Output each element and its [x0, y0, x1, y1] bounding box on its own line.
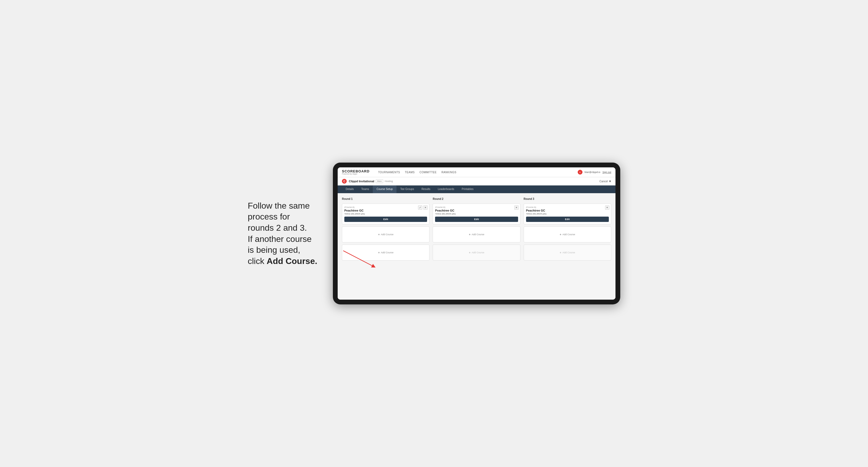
logo-scoreboard: SCOREBOARD — [342, 169, 370, 173]
nav-link-teams[interactable]: TEAMS — [405, 171, 414, 174]
round-2-edit-button[interactable]: Edit — [435, 217, 518, 222]
round-1-card-actions: ⤢ ✕ — [418, 206, 428, 210]
round-1-label: Round 1 — [342, 197, 430, 200]
instruction-line3: rounds 2 and 3. — [248, 223, 307, 232]
round-2-delete-icon[interactable]: ✕ — [514, 206, 519, 210]
cancel-button[interactable]: Cancel — [599, 180, 608, 183]
round-3-plus-icon-1: + — [560, 233, 561, 236]
tab-printables[interactable]: Printables — [458, 185, 477, 193]
sign-out-link[interactable]: Sign out — [602, 171, 611, 174]
round-3-add-course-2: + Add Course — [524, 245, 611, 260]
round-3-delete-icon[interactable]: ✕ — [605, 206, 609, 210]
round-3-add-course-label-2: Add Course — [562, 251, 575, 254]
round-1-course-label: (Course A) — [344, 206, 427, 208]
round-1-plus-icon-1: + — [378, 233, 380, 236]
round-2-add-course-label-2: Add Course — [471, 251, 484, 254]
tournament-name: Clippd Invitational — [349, 180, 374, 183]
instruction-line2: process for — [248, 212, 290, 221]
round-3-add-course-1[interactable]: + Add Course — [524, 226, 611, 242]
cancel-x-icon[interactable]: ✕ — [609, 180, 611, 183]
round-1-course-card-1: ⤢ ✕ (Course A) Peachtree GC Yellow (M) (… — [342, 204, 430, 224]
user-avatar: b — [578, 170, 583, 175]
tab-results[interactable]: Results — [418, 185, 434, 193]
nav-link-tournaments[interactable]: TOURNAMENTS — [378, 171, 400, 174]
round-3-course-card-1: ✕ (Course A) Peachtree GC Yellow (M) (66… — [524, 204, 611, 224]
round-1-expand-icon[interactable]: ⤢ — [418, 206, 422, 210]
round-2-course-name: Peachtree GC — [435, 209, 518, 212]
round-3-course-name: Peachtree GC — [526, 209, 609, 212]
round-2-add-course-2: + Add Course — [433, 245, 520, 260]
hosting-status: Hosting — [385, 180, 393, 183]
user-email: blair@clippd.io — [585, 171, 600, 174]
round-1-course-name: Peachtree GC — [344, 209, 427, 212]
instruction-bold: Add Course. — [267, 256, 317, 266]
tab-teams[interactable]: Teams — [358, 185, 373, 193]
round-3-column: Round 3 ✕ (Course A) Peachtree GC Yellow… — [524, 197, 611, 260]
round-2-label: Round 2 — [433, 197, 520, 200]
round-2-add-course-label-1: Add Course — [471, 233, 484, 236]
tablet-screen: SCOREBOARD Powered by clippd TOURNAMENTS… — [338, 167, 616, 300]
round-3-label: Round 3 — [524, 197, 611, 200]
round-1-edit-button[interactable]: Edit — [344, 217, 427, 222]
round-1-add-course-2[interactable]: + Add Course — [342, 245, 430, 260]
content-area: Round 1 ⤢ ✕ (Course A) Peachtree GC Yell… — [338, 193, 616, 300]
round-1-course-detail: Yellow (M) (6629 yds) — [344, 213, 427, 215]
instruction-line1: Follow the same — [248, 201, 310, 211]
round-3-plus-icon-2: + — [560, 251, 561, 254]
instruction-block: Follow the same process for rounds 2 and… — [248, 200, 322, 267]
round-3-add-course-label-1: Add Course — [562, 233, 575, 236]
round-3-edit-button[interactable]: Edit — [526, 217, 609, 222]
tournament-badge: Men — [376, 179, 383, 183]
tabs-bar: Details Teams Course Setup Tee Groups Re… — [338, 185, 616, 193]
logo-area: SCOREBOARD Powered by clippd — [342, 169, 370, 175]
round-2-plus-icon-2: + — [469, 251, 470, 254]
rounds-grid: Round 1 ⤢ ✕ (Course A) Peachtree GC Yell… — [342, 197, 611, 260]
round-2-plus-icon-1: + — [469, 233, 470, 236]
round-2-add-course-1[interactable]: + Add Course — [433, 226, 520, 242]
instruction-line4: If another course — [248, 234, 312, 244]
tab-course-setup[interactable]: Course Setup — [373, 185, 397, 193]
nav-link-committee[interactable]: COMMITTEE — [420, 171, 437, 174]
round-2-column: Round 2 ✕ (Course A) Peachtree GC Yellow… — [433, 197, 520, 260]
logo-sub: Powered by clippd — [342, 173, 370, 175]
tournament-bar: C Clippd Invitational Men Hosting Cancel… — [338, 177, 616, 185]
round-3-course-detail: Yellow (M) (6629 yds) — [526, 213, 609, 215]
round-1-add-course-label-2: Add Course — [381, 251, 394, 254]
tablet-frame: SCOREBOARD Powered by clippd TOURNAMENTS… — [333, 163, 620, 304]
tab-details[interactable]: Details — [342, 185, 358, 193]
nav-right: b blair@clippd.io Sign out — [578, 170, 611, 175]
instruction-line6: click — [248, 256, 267, 266]
round-3-course-label: (Course A) — [526, 206, 609, 208]
round-1-plus-icon-2: + — [378, 251, 380, 254]
round-2-card-actions: ✕ — [514, 206, 519, 210]
nav-link-rankings[interactable]: RANKINGS — [441, 171, 456, 174]
round-2-course-detail: Yellow (M) (6629 yds) — [435, 213, 518, 215]
instruction-line5: is being used, — [248, 245, 300, 255]
round-1-add-course-label-1: Add Course — [381, 233, 394, 236]
page-wrapper: Follow the same process for rounds 2 and… — [248, 163, 620, 304]
top-nav: SCOREBOARD Powered by clippd TOURNAMENTS… — [338, 167, 616, 177]
round-1-add-course-1[interactable]: + Add Course — [342, 226, 430, 242]
round-3-card-actions: ✕ — [605, 206, 609, 210]
round-2-course-card-1: ✕ (Course A) Peachtree GC Yellow (M) (66… — [433, 204, 520, 224]
tab-leaderboards[interactable]: Leaderboards — [434, 185, 458, 193]
nav-links: TOURNAMENTS TEAMS COMMITTEE RANKINGS — [378, 171, 456, 174]
round-1-column: Round 1 ⤢ ✕ (Course A) Peachtree GC Yell… — [342, 197, 430, 260]
round-2-course-label: (Course A) — [435, 206, 518, 208]
round-1-delete-icon[interactable]: ✕ — [423, 206, 428, 210]
tournament-logo: C — [342, 179, 347, 184]
tab-tee-groups[interactable]: Tee Groups — [397, 185, 418, 193]
